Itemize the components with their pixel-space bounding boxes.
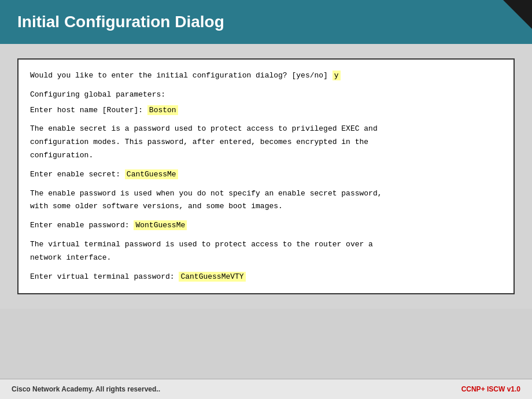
terminal-block-secret: Enter enable secret: CantGuessMe: [30, 169, 502, 181]
footer-version: CCNP+ ISCW v1.0: [461, 385, 520, 393]
terminal-block-enable-desc: The enable password is used when you do …: [30, 188, 502, 213]
terminal-block-hostname: Enter host name [Router]: Boston: [30, 105, 502, 117]
secret-desc-2: configuration modes. This password, afte…: [30, 136, 502, 149]
secret-desc-1: The enable secret is a password used to …: [30, 123, 502, 135]
hostname-label: Enter host name [Router]:: [30, 106, 143, 114]
enable-pw-input: WontGuessMe: [134, 220, 187, 230]
terminal-block-secret-desc: The enable secret is a password used to …: [30, 123, 502, 161]
vty-pw-label: Enter virtual terminal password:: [30, 272, 175, 281]
terminal-box: Would you like to enter the initial conf…: [17, 58, 515, 294]
terminal-block-vty-pw: Enter virtual terminal password: CantGue…: [30, 271, 502, 283]
terminal-block-enable-pw: Enter enable password: WontGuessMe: [30, 220, 502, 232]
header: Initial Configuration Dialog: [0, 0, 532, 44]
hostname-input: Boston: [147, 105, 178, 115]
main-content: Would you like to enter the initial conf…: [0, 44, 532, 309]
vty-desc-2: network interface.: [30, 252, 502, 264]
enable-desc-1: The enable password is used when you do …: [30, 188, 502, 200]
footer-copyright: Cisco Network Academy. All rights reserv…: [12, 385, 160, 393]
terminal-line-1a: Would you like to enter the initial conf…: [30, 71, 341, 80]
footer: Cisco Network Academy. All rights reserv…: [0, 379, 532, 399]
secret-desc-3: configuration.: [30, 150, 502, 162]
enable-desc-2: with some older software versions, and s…: [30, 201, 502, 213]
terminal-block-vty-desc: The virtual terminal password is used to…: [30, 239, 502, 264]
vty-pw-input: CantGuessMeVTY: [179, 272, 245, 282]
secret-label: Enter enable secret:: [30, 170, 120, 179]
secret-input: CantGuessMe: [125, 169, 178, 179]
page-title: Initial Configuration Dialog: [17, 13, 224, 31]
terminal-line-2: Configuring global parameters:: [30, 89, 502, 101]
dialog-prompt: Would you like to enter the initial conf…: [30, 71, 328, 80]
dialog-input-y: y: [332, 71, 341, 80]
terminal-block-1: Would you like to enter the initial conf…: [30, 70, 502, 82]
vty-desc-1: The virtual terminal password is used to…: [30, 239, 502, 251]
enable-pw-label: Enter enable password:: [30, 221, 130, 230]
